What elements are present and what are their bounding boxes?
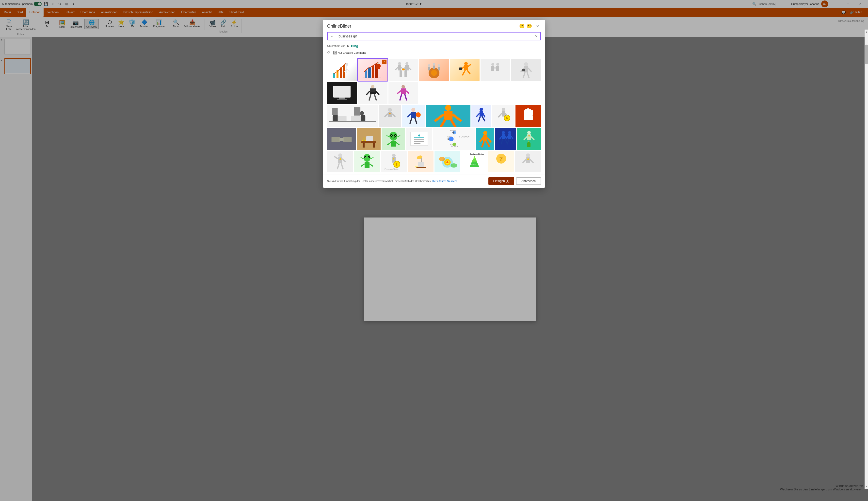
scrollbar-thumb[interactable]: [865, 45, 868, 64]
dialog-title: OnlineBilder: [327, 24, 351, 29]
svg-line-101: [476, 113, 479, 117]
cancel-button[interactable]: Abbrechen: [516, 177, 541, 185]
svg-point-45: [496, 63, 499, 66]
image-item-21[interactable]: [406, 128, 432, 150]
image-item-19[interactable]: [357, 128, 381, 150]
svg-line-109: [498, 113, 502, 117]
image-item-3[interactable]: [389, 58, 418, 81]
image-item-14[interactable]: [426, 105, 470, 127]
svg-rect-142: [414, 143, 421, 144]
svg-point-205: [416, 155, 423, 160]
img-svg-7: [511, 58, 541, 81]
image-item-9[interactable]: [358, 82, 388, 104]
image-item-23[interactable]: [476, 128, 494, 150]
dialog-close-button[interactable]: ✕: [534, 23, 541, 30]
dialog-overlay: OnlineBilder 🙂 🙁 ✕ ← ✕ Unterstützt von ▶…: [0, 0, 868, 501]
image-item-17[interactable]: [516, 105, 541, 127]
svg-line-40: [462, 70, 465, 75]
svg-point-25: [402, 68, 405, 71]
image-item-13[interactable]: [402, 105, 425, 127]
scroll-up-button[interactable]: ▲: [865, 31, 868, 33]
svg-point-212: [446, 161, 448, 163]
svg-text:Business Strategy: Business Strategy: [470, 153, 484, 155]
image-item-29[interactable]: [408, 151, 434, 172]
svg-line-52: [523, 72, 525, 78]
image-item-33[interactable]: [515, 151, 541, 172]
image-item-4[interactable]: [419, 58, 449, 81]
svg-point-186: [364, 154, 370, 162]
image-item-10[interactable]: [389, 82, 418, 104]
svg-point-59: [371, 85, 375, 88]
search-back-button[interactable]: ←: [328, 32, 337, 40]
svg-text:Opportunity: Opportunity: [470, 167, 476, 168]
svg-line-97: [441, 120, 445, 127]
svg-point-99: [479, 108, 483, 111]
emoji-smile[interactable]: 🙂: [519, 23, 524, 29]
image-item-1[interactable]: [327, 58, 357, 81]
svg-rect-13: [376, 64, 380, 69]
img-svg-24: [495, 128, 516, 150]
image-item-5[interactable]: [450, 58, 479, 81]
image-item-7[interactable]: [511, 58, 541, 81]
svg-text:PresenterMedia: PresenterMedia: [384, 168, 399, 170]
image-grid-row2: $: [327, 105, 541, 127]
footer-link[interactable]: Hier erfahren Sie mehr: [432, 180, 457, 182]
image-item-26[interactable]: [327, 151, 353, 172]
image-item-8[interactable]: [327, 82, 357, 104]
image-item-24[interactable]: [495, 128, 516, 150]
img-svg-4: [419, 58, 449, 81]
svg-line-132: [387, 136, 389, 137]
svg-rect-14: [376, 65, 376, 67]
svg-point-4: [345, 63, 348, 66]
image-item-32[interactable]: ?: [488, 151, 514, 172]
svg-rect-26: [400, 71, 402, 77]
search-clear-button[interactable]: ✕: [532, 33, 540, 40]
insert-button[interactable]: Einfügen (1): [488, 177, 514, 185]
emoji-frown[interactable]: 🙁: [527, 23, 532, 29]
image-item-12[interactable]: [379, 105, 401, 127]
svg-point-190: [368, 157, 369, 158]
footer-buttons: Einfügen (1) Abbrechen: [488, 177, 541, 185]
img-svg-28: $ PresenterMedia: [381, 151, 407, 172]
image-item-20[interactable]: [382, 128, 405, 150]
svg-text:Plan: Plan: [472, 157, 474, 159]
svg-rect-56: [334, 86, 350, 97]
scroll-down-button[interactable]: ▼: [865, 485, 868, 488]
image-item-18[interactable]: [327, 128, 356, 150]
svg-rect-139: [414, 137, 424, 138]
image-item-31[interactable]: Business Strategy Plan Teamwork Marketin…: [461, 151, 487, 172]
dialog-scrollbar[interactable]: ▲ ▼: [865, 30, 868, 489]
image-grid-container: ✓: [323, 57, 545, 174]
image-grid-row1: ✓: [327, 58, 541, 104]
image-item-27[interactable]: [354, 151, 380, 172]
svg-point-17: [398, 62, 401, 65]
creative-commons-checkbox[interactable]: ✓ Nur Creative Commons: [333, 51, 366, 54]
img-svg-31: Business Strategy Plan Teamwork Marketin…: [461, 151, 487, 172]
img-svg-27: [354, 151, 380, 172]
cc-checkbox-box[interactable]: ✓: [333, 51, 337, 54]
svg-line-102: [483, 113, 485, 117]
cc-label: Nur Creative Commons: [338, 51, 366, 54]
svg-rect-75: [333, 115, 338, 121]
image-item-28[interactable]: $ PresenterMedia: [381, 151, 407, 172]
image-item-15[interactable]: [471, 105, 491, 127]
svg-line-226: [523, 159, 526, 163]
image-item-16[interactable]: $: [492, 105, 514, 127]
svg-point-30: [428, 64, 430, 67]
svg-line-98: [451, 120, 455, 127]
img-svg-30: [434, 151, 460, 172]
svg-point-172: [527, 131, 531, 134]
svg-rect-80: [354, 107, 360, 116]
image-item-11[interactable]: [327, 105, 378, 127]
search-input[interactable]: [337, 33, 532, 40]
svg-rect-18: [398, 65, 401, 71]
image-item-30[interactable]: [434, 151, 460, 172]
image-item-2[interactable]: ✓: [358, 58, 388, 81]
svg-line-63: [376, 91, 379, 95]
image-item-6[interactable]: [480, 58, 510, 81]
image-item-25[interactable]: [517, 128, 541, 150]
image-item-22[interactable]: BUILD ② IDEA ① ③ LAUNCH ④ LEARN: [433, 128, 475, 150]
svg-rect-115: [524, 110, 526, 116]
img-svg-21: [406, 128, 432, 150]
filter-icon[interactable]: ⚗: [327, 51, 330, 55]
